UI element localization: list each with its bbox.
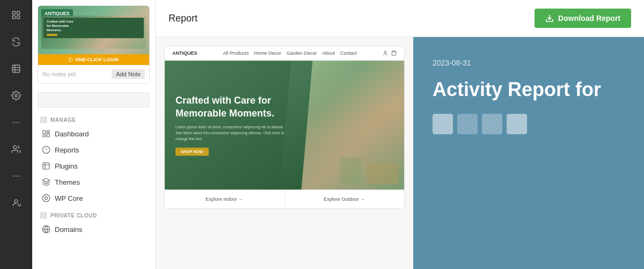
- svg-rect-25: [47, 133, 49, 137]
- more2-nav-icon[interactable]: [8, 168, 25, 185]
- manage-section-label: MANAGE: [32, 111, 155, 126]
- svg-rect-32: [44, 213, 46, 215]
- reports-label: Reports: [55, 146, 79, 154]
- plugins-label: Plugins: [55, 162, 78, 170]
- svg-rect-24: [43, 135, 46, 137]
- svg-rect-1: [17, 11, 20, 14]
- one-click-login-btn[interactable]: ONE-CLICK LOGIN: [38, 54, 149, 65]
- svg-point-10: [16, 122, 17, 123]
- report-avatar-2: [457, 114, 478, 134]
- sidebar-item-wpcore[interactable]: WP Core: [34, 190, 153, 206]
- private-cloud-section-label: PRIVATE CLOUD: [32, 206, 155, 221]
- preview-bottom-strip: Explore Indoor → Explore Outdoor →: [165, 190, 404, 208]
- sidebar-item-reports[interactable]: Reports: [34, 142, 153, 158]
- sidebar: ANTIQUES Crafted with Carefor MemorableM…: [32, 0, 156, 269]
- svg-point-13: [13, 176, 14, 177]
- domains-label: Domains: [55, 226, 82, 234]
- nav-link-home[interactable]: Home Decor: [254, 50, 281, 56]
- admin-nav-icon[interactable]: [8, 194, 25, 212]
- svg-rect-4: [12, 65, 20, 72]
- site-card-footer: No notes yet. Add Note: [38, 65, 149, 83]
- preview-hero: Crafted with Care for Memorable Moments.…: [165, 61, 404, 190]
- hero-text: Lorem ipsum dolor sit amet, consectetur …: [175, 124, 286, 142]
- download-icon: [545, 14, 554, 23]
- site-preview-thumbnail: ANTIQUES Crafted with Carefor MemorableM…: [38, 6, 149, 65]
- report-panel: 2023-08-31 Activity Report for: [413, 37, 644, 269]
- search-bar[interactable]: [38, 92, 150, 107]
- report-avatars: [433, 114, 625, 134]
- svg-rect-20: [41, 120, 43, 122]
- site-card: ANTIQUES Crafted with Carefor MemorableM…: [38, 5, 150, 84]
- themes-label: Themes: [55, 178, 80, 186]
- report-avatar-1: [433, 114, 453, 134]
- nav-link-about[interactable]: About: [323, 50, 335, 56]
- dashboard-nav-icon[interactable]: [8, 6, 25, 24]
- dashboard-label: Dashboard: [55, 130, 89, 138]
- svg-point-14: [16, 176, 17, 177]
- svg-point-12: [13, 146, 17, 149]
- cart-icon: [391, 50, 397, 56]
- svg-rect-18: [41, 117, 43, 119]
- refresh-nav-icon[interactable]: [8, 33, 25, 50]
- svg-rect-21: [44, 120, 46, 122]
- svg-rect-22: [43, 130, 46, 134]
- icon-bar: [0, 0, 32, 269]
- svg-point-38: [384, 51, 386, 53]
- svg-point-8: [15, 94, 18, 97]
- hero-heading: Crafted with Care for Memorable Moments.: [175, 94, 286, 120]
- svg-rect-33: [41, 216, 43, 218]
- svg-point-29: [42, 194, 49, 201]
- nav-link-garden[interactable]: Garden Decor: [287, 50, 317, 56]
- svg-point-30: [45, 197, 47, 199]
- svg-rect-31: [41, 213, 43, 215]
- svg-point-16: [14, 200, 18, 203]
- svg-rect-23: [47, 130, 49, 132]
- more-nav-icon[interactable]: [8, 114, 25, 131]
- hero-cta-btn[interactable]: SHOP NOW: [175, 148, 209, 156]
- hero-left: Crafted with Care for Memorable Moments.…: [165, 61, 296, 190]
- preview-nav-links: All Products Home Decor Garden Decor Abo…: [223, 50, 357, 56]
- sidebar-item-domains[interactable]: Domains: [34, 221, 153, 237]
- svg-rect-3: [17, 16, 20, 19]
- nav-link-products[interactable]: All Products: [223, 50, 248, 56]
- svg-rect-2: [12, 16, 15, 19]
- no-notes-label: No notes yet.: [42, 71, 77, 77]
- preview-nav-actions: [383, 50, 397, 56]
- page-title: Report: [169, 13, 197, 24]
- svg-rect-0: [12, 11, 15, 14]
- svg-point-9: [13, 122, 14, 123]
- svg-point-11: [18, 122, 19, 123]
- main-content: Report Download Report ANTIQUES All Prod…: [156, 0, 644, 269]
- svg-point-15: [18, 176, 19, 177]
- users-nav-icon[interactable]: [8, 141, 25, 158]
- settings-nav-icon[interactable]: [8, 87, 25, 104]
- table-nav-icon[interactable]: [8, 60, 25, 77]
- report-avatar-3: [482, 114, 502, 134]
- hero-right: [296, 61, 404, 190]
- site-preview-card: ANTIQUES All Products Home Decor Garden …: [164, 46, 405, 209]
- main-header: Report Download Report: [156, 0, 644, 37]
- svg-rect-34: [44, 216, 46, 218]
- preview-panel: ANTIQUES All Products Home Decor Garden …: [156, 37, 413, 269]
- main-body: ANTIQUES All Products Home Decor Garden …: [156, 37, 644, 269]
- report-date: 2023-08-31: [433, 59, 625, 67]
- explore-outdoor-btn[interactable]: Explore Outdoor →: [285, 190, 405, 208]
- report-avatar-4: [507, 114, 527, 134]
- report-title: Activity Report for: [433, 78, 625, 101]
- add-note-button[interactable]: Add Note: [112, 69, 145, 79]
- explore-indoor-btn[interactable]: Explore Indoor →: [165, 190, 285, 208]
- sidebar-item-dashboard[interactable]: Dashboard: [34, 126, 153, 142]
- sidebar-item-plugins[interactable]: Plugins: [34, 158, 153, 174]
- sidebar-item-themes[interactable]: Themes: [34, 174, 153, 190]
- user-icon: [383, 50, 388, 56]
- preview-nav: ANTIQUES All Products Home Decor Garden …: [165, 46, 404, 61]
- wpcore-label: WP Core: [55, 194, 83, 202]
- nav-link-contact[interactable]: Contact: [340, 50, 357, 56]
- download-report-button[interactable]: Download Report: [535, 9, 631, 28]
- preview-brand: ANTIQUES: [172, 50, 197, 56]
- svg-rect-19: [44, 117, 46, 119]
